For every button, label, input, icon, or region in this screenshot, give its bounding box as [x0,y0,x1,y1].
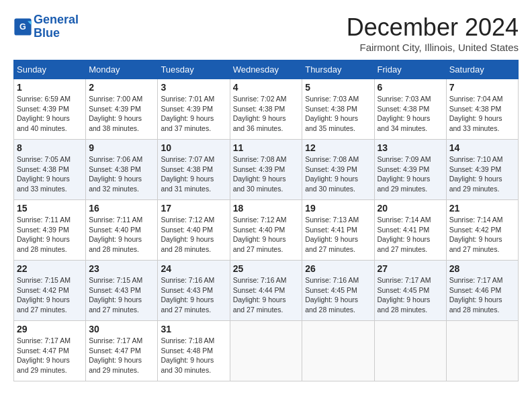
day-info: Sunrise: 7:17 AM Sunset: 4:47 PM Dayligh… [17,336,83,375]
svg-text:G: G [19,22,26,32]
day-info: Sunrise: 7:16 AM Sunset: 4:44 PM Dayligh… [233,275,300,315]
day-info: Sunrise: 7:16 AM Sunset: 4:45 PM Dayligh… [305,275,371,315]
day-info: Sunrise: 7:14 AM Sunset: 4:42 PM Dayligh… [449,215,515,255]
calendar-header-row: Sunday Monday Tuesday Wednesday Thursday… [14,60,519,79]
day-number: 4 [233,82,300,93]
day-number: 6 [378,82,443,93]
calendar-cell [230,321,302,381]
logo-line2: Blue [34,26,60,40]
day-info: Sunrise: 7:12 AM Sunset: 4:40 PM Dayligh… [233,215,300,255]
day-number: 13 [378,142,443,153]
day-number: 12 [305,142,371,153]
day-info: Sunrise: 7:17 AM Sunset: 4:45 PM Dayligh… [378,275,443,315]
calendar-cell: 7Sunrise: 7:04 AM Sunset: 4:38 PM Daylig… [446,79,518,140]
day-number: 23 [89,263,154,274]
calendar-cell: 24Sunrise: 7:16 AM Sunset: 4:43 PM Dayli… [158,261,230,321]
day-number: 19 [305,203,371,214]
day-info: Sunrise: 7:04 AM Sunset: 4:38 PM Dayligh… [449,94,515,134]
calendar-table: Sunday Monday Tuesday Wednesday Thursday… [13,60,519,381]
calendar-cell: 2Sunrise: 7:00 AM Sunset: 4:39 PM Daylig… [86,79,158,140]
calendar-cell: 20Sunrise: 7:14 AM Sunset: 4:41 PM Dayli… [374,200,446,261]
day-info: Sunrise: 7:09 AM Sunset: 4:39 PM Dayligh… [378,154,443,194]
calendar-cell: 30Sunrise: 7:17 AM Sunset: 4:47 PM Dayli… [86,321,158,381]
calendar-cell: 10Sunrise: 7:07 AM Sunset: 4:38 PM Dayli… [158,140,230,200]
day-info: Sunrise: 7:03 AM Sunset: 4:38 PM Dayligh… [378,94,443,134]
calendar-cell: 17Sunrise: 7:12 AM Sunset: 4:40 PM Dayli… [158,200,230,261]
day-info: Sunrise: 7:13 AM Sunset: 4:41 PM Dayligh… [305,215,371,255]
calendar-cell: 6Sunrise: 7:03 AM Sunset: 4:38 PM Daylig… [374,79,446,140]
day-info: Sunrise: 7:03 AM Sunset: 4:38 PM Dayligh… [305,94,371,134]
day-number: 2 [89,82,154,93]
day-number: 25 [233,263,300,274]
calendar-week-row: 8Sunrise: 7:05 AM Sunset: 4:38 PM Daylig… [14,140,519,200]
page-header: G General Blue December 2024 Fairmont Ci… [13,13,519,53]
col-friday: Friday [374,60,446,79]
day-number: 29 [17,324,83,334]
calendar-cell: 19Sunrise: 7:13 AM Sunset: 4:41 PM Dayli… [302,200,374,261]
calendar-cell: 4Sunrise: 7:02 AM Sunset: 4:38 PM Daylig… [230,79,302,140]
day-info: Sunrise: 7:01 AM Sunset: 4:39 PM Dayligh… [161,94,226,134]
calendar-cell: 15Sunrise: 7:11 AM Sunset: 4:39 PM Dayli… [14,200,86,261]
day-info: Sunrise: 7:16 AM Sunset: 4:43 PM Dayligh… [161,275,226,315]
day-info: Sunrise: 7:08 AM Sunset: 4:39 PM Dayligh… [305,154,371,194]
calendar-cell: 16Sunrise: 7:11 AM Sunset: 4:40 PM Dayli… [86,200,158,261]
day-number: 22 [17,263,83,274]
calendar-week-row: 29Sunrise: 7:17 AM Sunset: 4:47 PM Dayli… [14,321,519,381]
title-section: December 2024 Fairmont City, Illinois, U… [347,13,519,53]
day-number: 14 [449,142,515,153]
col-monday: Monday [86,60,158,79]
calendar-cell: 12Sunrise: 7:08 AM Sunset: 4:39 PM Dayli… [302,140,374,200]
calendar-cell: 5Sunrise: 7:03 AM Sunset: 4:38 PM Daylig… [302,79,374,140]
day-number: 7 [449,82,515,93]
calendar-cell: 28Sunrise: 7:17 AM Sunset: 4:46 PM Dayli… [446,261,518,321]
day-number: 3 [161,82,226,93]
day-number: 27 [378,263,443,274]
logo-line1: General [34,13,79,26]
logo-text: General Blue [34,13,79,40]
day-info: Sunrise: 7:08 AM Sunset: 4:39 PM Dayligh… [233,154,300,194]
day-number: 31 [161,324,226,334]
calendar-week-row: 22Sunrise: 7:15 AM Sunset: 4:42 PM Dayli… [14,261,519,321]
day-info: Sunrise: 7:17 AM Sunset: 4:46 PM Dayligh… [449,275,515,315]
location-title: Fairmont City, Illinois, United States [347,42,519,53]
calendar-week-row: 15Sunrise: 7:11 AM Sunset: 4:39 PM Dayli… [14,200,519,261]
calendar-cell: 18Sunrise: 7:12 AM Sunset: 4:40 PM Dayli… [230,200,302,261]
col-tuesday: Tuesday [158,60,230,79]
day-number: 30 [89,324,154,334]
calendar-cell: 27Sunrise: 7:17 AM Sunset: 4:45 PM Dayli… [374,261,446,321]
month-title: December 2024 [347,13,519,42]
day-number: 9 [89,142,154,153]
day-number: 24 [161,263,226,274]
day-number: 16 [89,203,154,214]
calendar-cell [302,321,374,381]
calendar-cell: 3Sunrise: 7:01 AM Sunset: 4:39 PM Daylig… [158,79,230,140]
col-wednesday: Wednesday [230,60,302,79]
day-info: Sunrise: 7:11 AM Sunset: 4:39 PM Dayligh… [17,215,83,255]
calendar-cell [374,321,446,381]
day-number: 28 [449,263,515,274]
day-info: Sunrise: 7:10 AM Sunset: 4:39 PM Dayligh… [449,154,515,194]
calendar-cell: 22Sunrise: 7:15 AM Sunset: 4:42 PM Dayli… [14,261,86,321]
day-info: Sunrise: 7:11 AM Sunset: 4:40 PM Dayligh… [89,215,154,255]
calendar-cell: 26Sunrise: 7:16 AM Sunset: 4:45 PM Dayli… [302,261,374,321]
day-number: 20 [378,203,443,214]
calendar-cell: 23Sunrise: 7:15 AM Sunset: 4:43 PM Dayli… [86,261,158,321]
day-info: Sunrise: 7:15 AM Sunset: 4:42 PM Dayligh… [17,275,83,315]
day-number: 5 [305,82,371,93]
day-info: Sunrise: 7:07 AM Sunset: 4:38 PM Dayligh… [161,154,226,194]
day-info: Sunrise: 7:06 AM Sunset: 4:38 PM Dayligh… [89,154,154,194]
day-info: Sunrise: 7:12 AM Sunset: 4:40 PM Dayligh… [161,215,226,255]
day-number: 10 [161,142,226,153]
day-number: 8 [17,142,83,153]
day-number: 21 [449,203,515,214]
calendar-cell: 11Sunrise: 7:08 AM Sunset: 4:39 PM Dayli… [230,140,302,200]
col-sunday: Sunday [14,60,86,79]
day-info: Sunrise: 7:17 AM Sunset: 4:47 PM Dayligh… [89,336,154,375]
col-thursday: Thursday [302,60,374,79]
calendar-cell: 25Sunrise: 7:16 AM Sunset: 4:44 PM Dayli… [230,261,302,321]
col-saturday: Saturday [446,60,518,79]
day-info: Sunrise: 6:59 AM Sunset: 4:39 PM Dayligh… [17,94,83,134]
day-info: Sunrise: 7:05 AM Sunset: 4:38 PM Dayligh… [17,154,83,194]
calendar-cell: 14Sunrise: 7:10 AM Sunset: 4:39 PM Dayli… [446,140,518,200]
day-number: 17 [161,203,226,214]
